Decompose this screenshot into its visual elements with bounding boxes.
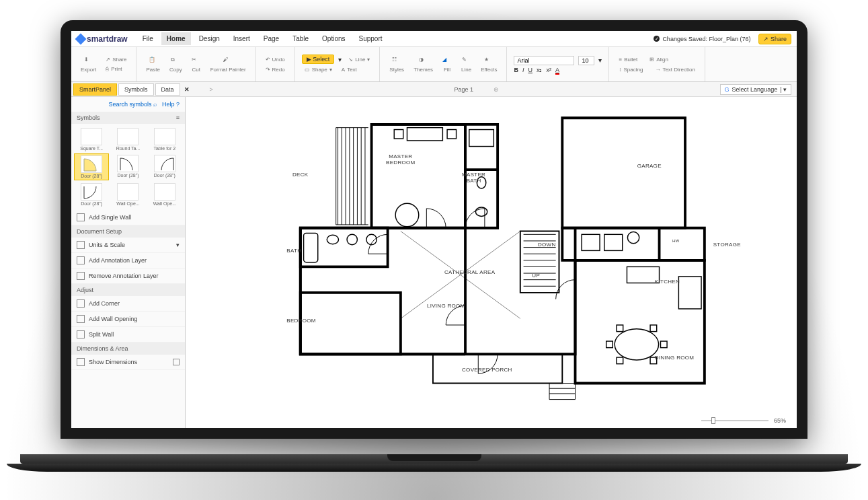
font-color-button[interactable]: A	[555, 67, 559, 73]
laptop-base	[0, 454, 868, 472]
symbol-item[interactable]: Wall Ope...	[147, 182, 182, 207]
checkbox-icon[interactable]	[173, 359, 180, 365]
menu-options[interactable]: Options	[317, 32, 350, 45]
remove-annotation-layer[interactable]: Remove Annotation Layer	[71, 269, 185, 284]
menu-home[interactable]: Home	[161, 32, 191, 45]
print-button[interactable]: ⎙Print	[103, 65, 129, 73]
undo-button[interactable]: ↶Undo	[263, 55, 288, 64]
underline-button[interactable]: U	[528, 67, 532, 73]
units-scale[interactable]: Units & Scale▾	[71, 238, 185, 253]
ribbon: ⬇Export ↗Share ⎙Print 📋Paste ⧉Copy ✂Cut …	[71, 47, 797, 82]
cut-button[interactable]: ✂Cut	[189, 55, 204, 74]
symbol-item[interactable]: Door (28")	[74, 182, 109, 207]
effects-button[interactable]: ★Effects	[478, 55, 500, 74]
tab-smartpanel[interactable]: SmartPanel	[73, 83, 117, 96]
symbol-item[interactable]: Door (28")	[110, 153, 145, 180]
add-corner[interactable]: Add Corner	[71, 296, 185, 312]
line-tool[interactable]: ↘ Line ▾	[346, 55, 372, 64]
docsetup-header: Document Setup	[71, 225, 185, 238]
share-button-ribbon[interactable]: ↗Share	[103, 55, 129, 64]
menu-insert[interactable]: Insert	[228, 32, 255, 45]
svg-point-13	[327, 235, 338, 244]
align-button[interactable]: ⊞ Align	[647, 55, 671, 64]
menu-page[interactable]: Page	[258, 32, 284, 45]
font-size-select[interactable]	[578, 56, 594, 65]
room-label-kitchen: KITCHEN	[655, 279, 680, 285]
symbol-item[interactable]: Door (28")	[74, 153, 109, 180]
room-label-garage: GARAGE	[637, 163, 662, 169]
text-direction-button[interactable]: → Text Direction	[652, 65, 697, 74]
copy-button[interactable]: ⧉Copy	[167, 55, 185, 74]
split-wall[interactable]: Split Wall	[71, 327, 185, 343]
laptop-frame: smartdraw File Home Design Insert Page T…	[0, 0, 868, 500]
layer-add-icon	[77, 256, 85, 264]
search-symbols-link[interactable]: Search symbols ⌕	[108, 101, 157, 108]
close-panel-icon[interactable]: ✕	[184, 86, 190, 93]
sidebar: Search symbols ⌕ Help ? Symbols≡ Square …	[71, 97, 186, 428]
add-single-wall[interactable]: Add Single Wall	[71, 210, 185, 225]
prev-page-button[interactable]: >	[210, 86, 213, 93]
share-button[interactable]: ↗ Share	[758, 34, 791, 44]
fill-button[interactable]: ◢Fill	[440, 55, 455, 74]
tab-data[interactable]: Data	[155, 83, 180, 96]
svg-point-3	[627, 231, 639, 243]
svg-point-5	[615, 329, 658, 360]
sub-button[interactable]: x₂	[537, 67, 543, 73]
redo-icon: ↷	[266, 67, 270, 73]
zoom-control[interactable]: 65%	[701, 417, 786, 424]
add-page-button[interactable]: ⊕	[494, 86, 499, 93]
spacing-button[interactable]: ↕ Spacing	[616, 65, 645, 74]
app-logo[interactable]: smartdraw	[77, 34, 128, 44]
italic-button[interactable]: I	[522, 67, 524, 73]
format-painter-button[interactable]: 🖌Format Painter	[208, 55, 249, 74]
zoom-slider[interactable]	[701, 420, 768, 421]
save-status: ✓Changes Saved: Floor_Plan (76)↗ Share	[654, 34, 791, 44]
zoom-thumb[interactable]	[711, 417, 715, 424]
language-select[interactable]: GSelect Language | ▾	[720, 84, 791, 95]
menu-file[interactable]: File	[137, 32, 159, 45]
shape-tool[interactable]: ▭ Shape ▾	[302, 65, 335, 74]
paste-icon: 📋	[149, 57, 158, 66]
bold-button[interactable]: B	[514, 67, 518, 73]
main-area: Search symbols ⌕ Help ? Symbols≡ Square …	[71, 97, 797, 428]
menu-support[interactable]: Support	[354, 32, 388, 45]
floorplan-drawing[interactable]: DECK MASTER BEDROOM MASTER BATH GARAGE B…	[199, 105, 783, 409]
paste-button[interactable]: 📋Paste	[143, 55, 162, 74]
svg-rect-20	[407, 128, 442, 141]
export-button[interactable]: ⬇Export	[78, 55, 99, 74]
symbol-item[interactable]: Door (28")	[147, 153, 182, 180]
svg-rect-4	[678, 277, 701, 309]
svg-rect-2	[604, 234, 623, 250]
symbol-item[interactable]: Table for 2	[147, 127, 182, 152]
svg-rect-7	[650, 325, 657, 332]
tab-symbols[interactable]: Symbols	[118, 83, 154, 96]
app-window: smartdraw File Home Design Insert Page T…	[71, 31, 797, 428]
canvas[interactable]: DECK MASTER BEDROOM MASTER BATH GARAGE B…	[186, 97, 797, 428]
split-icon	[77, 330, 85, 338]
corner-icon	[77, 299, 85, 308]
show-dimensions[interactable]: Show Dimensions	[71, 355, 185, 370]
symbol-item[interactable]: Square T...	[74, 127, 109, 152]
symbol-item[interactable]: Round Ta...	[110, 127, 145, 152]
svg-rect-1	[582, 234, 600, 250]
sup-button[interactable]: x²	[546, 67, 551, 73]
symbol-item[interactable]: Wall Ope...	[110, 182, 145, 207]
redo-button[interactable]: ↷Redo	[263, 65, 288, 74]
styles-icon: ☷	[392, 57, 401, 66]
font-family-select[interactable]	[514, 56, 574, 65]
menu-design[interactable]: Design	[194, 32, 225, 45]
add-annotation-layer[interactable]: Add Annotation Layer	[71, 253, 185, 269]
line-style-button[interactable]: ✎Line	[459, 55, 474, 74]
check-icon: ✓	[654, 36, 660, 42]
bullet-button[interactable]: ≡ Bullet	[616, 55, 640, 64]
hamburger-icon[interactable]: ≡	[176, 114, 180, 121]
app-name: smartdraw	[87, 34, 128, 44]
themes-button[interactable]: ◑Themes	[411, 55, 436, 74]
select-tool[interactable]: ▶ Select	[302, 55, 335, 64]
help-link[interactable]: Help ?	[162, 101, 180, 108]
menu-table[interactable]: Table	[287, 32, 314, 45]
styles-button[interactable]: ☷Styles	[387, 55, 407, 74]
add-wall-opening[interactable]: Add Wall Opening	[71, 312, 185, 327]
text-tool[interactable]: A Text	[339, 65, 360, 74]
undo-icon: ↶	[266, 57, 270, 63]
